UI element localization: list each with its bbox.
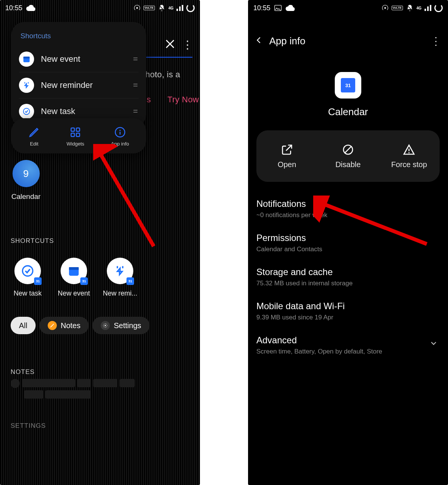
setting-sub: 9.39 MB used since 19 Apr	[256, 314, 440, 321]
svg-point-10	[119, 130, 120, 131]
svg-point-0	[136, 7, 138, 9]
drag-handle-icon[interactable]: =	[133, 54, 139, 64]
calendar-icon: 31	[341, 78, 355, 92]
phone-screen-left: 10:55 VoLTE 4G ⋮ ›hoto, is a ss Try Now …	[0, 0, 200, 485]
notes-redacted	[11, 379, 139, 399]
drag-handle-icon[interactable]: =	[133, 106, 139, 116]
action-button-card: Open Disable Force stop	[256, 130, 440, 182]
shortcut-circle: 31	[14, 258, 41, 284]
shortcut-app-new-task[interactable]: 31 New task	[11, 258, 45, 297]
pill-label: All	[19, 321, 27, 330]
section-header-notes: NOTES	[11, 368, 35, 376]
loading-icon	[434, 4, 443, 12]
widgets-action[interactable]: Widgets	[67, 127, 84, 147]
svg-point-4	[23, 108, 30, 115]
popup-title: Shortcuts	[20, 32, 137, 40]
calendar-icon	[19, 52, 34, 67]
disable-button[interactable]: Disable	[317, 130, 378, 182]
svg-rect-5	[71, 128, 75, 131]
status-time: 10:55	[253, 4, 270, 12]
warning-icon	[403, 144, 415, 156]
shortcut-label: New task	[14, 289, 42, 297]
calendar-badge: 31	[34, 277, 42, 285]
volte-icon: VoLTE	[392, 6, 403, 10]
shortcut-app-new-reminder[interactable]: 31 New remi...	[103, 258, 137, 297]
close-icon[interactable]	[164, 38, 176, 53]
app-icon: 31	[335, 72, 361, 99]
shortcut-circle: 31	[61, 258, 87, 284]
notes-icon	[48, 321, 57, 330]
overflow-menu-icon[interactable]: ⋮	[431, 35, 441, 47]
phone-screen-right: 10:55 VoLTE 4G App info ⋮ 31 Calendar	[248, 0, 448, 485]
chevron-down-icon	[429, 339, 438, 349]
svg-point-15	[105, 325, 106, 326]
svg-line-16	[98, 149, 154, 246]
calendar-app-icon[interactable]: 9 Calendar	[11, 160, 41, 201]
pill-notes[interactable]: Notes	[39, 317, 89, 334]
widgets-icon	[70, 127, 81, 138]
shortcut-app-new-event[interactable]: 31 New event	[57, 258, 91, 297]
drag-handle-icon[interactable]: =	[133, 80, 139, 90]
shortcut-item-new-event[interactable]: New event =	[19, 46, 139, 72]
info-icon	[114, 127, 126, 138]
button-label: Open	[278, 160, 296, 169]
open-button[interactable]: Open	[256, 130, 317, 182]
setting-sub: 75.32 MB used in internal storage	[256, 280, 440, 287]
calendar-day: 9	[23, 168, 28, 180]
home-shortcuts-row: 31 New task 31 New event 31 New remi...	[11, 258, 137, 297]
shortcut-label: New remi...	[103, 289, 137, 297]
shortcut-label: New reminder	[41, 80, 126, 90]
pill-all[interactable]: All	[11, 317, 36, 334]
svg-line-24	[319, 202, 427, 244]
calendar-icon	[67, 264, 80, 277]
svg-rect-8	[76, 133, 80, 137]
svg-rect-3	[23, 57, 30, 59]
section-header-shortcuts: SHORTCUTS	[11, 237, 54, 245]
svg-line-21	[345, 146, 352, 153]
calendar-app-label: Calendar	[11, 192, 41, 201]
setting-advanced[interactable]: Advanced Screen time, Battery, Open by d…	[256, 335, 440, 355]
shortcut-label: New event	[41, 54, 126, 64]
svg-point-18	[384, 7, 386, 9]
svg-rect-11	[120, 132, 121, 135]
bg-promo-text: ›hoto, is a	[142, 70, 180, 80]
app-name: Calendar	[328, 106, 368, 118]
svg-rect-14	[69, 267, 79, 270]
shortcut-label: New event	[58, 289, 90, 297]
calendar-badge: 31	[80, 277, 88, 285]
calendar-circle: 9	[12, 160, 40, 187]
loading-icon	[186, 4, 195, 12]
svg-point-23	[409, 152, 410, 153]
setting-storage[interactable]: Storage and cache 75.32 MB used in inter…	[256, 267, 440, 287]
shortcut-circle: 31	[107, 258, 133, 284]
disable-icon	[342, 144, 354, 156]
setting-sub: Screen time, Battery, Open by default, S…	[256, 348, 440, 355]
edit-action[interactable]: Edit	[28, 127, 40, 147]
button-label: Force stop	[391, 160, 427, 169]
gear-icon	[101, 321, 110, 330]
svg-rect-6	[76, 128, 80, 131]
shortcut-item-new-reminder[interactable]: New reminder =	[19, 72, 139, 98]
overflow-menu-icon[interactable]: ⋮	[182, 38, 193, 51]
force-stop-button[interactable]: Force stop	[379, 130, 440, 182]
hotspot-icon	[382, 5, 389, 11]
cloud-icon	[26, 5, 35, 11]
button-label: Disable	[336, 160, 361, 169]
action-label: Widgets	[67, 141, 84, 147]
dnd-icon	[158, 4, 165, 12]
setting-data[interactable]: Mobile data and Wi-Fi 9.39 MB used since…	[256, 301, 440, 321]
app-identity: 31 Calendar	[248, 72, 448, 118]
image-icon	[274, 5, 282, 11]
status-bar: 10:55 VoLTE 4G	[248, 0, 448, 16]
back-icon[interactable]	[255, 36, 263, 46]
status-time: 10:55	[5, 4, 22, 12]
setting-title: Storage and cache	[256, 267, 440, 277]
try-now-link[interactable]: Try Now	[167, 95, 199, 105]
signal-icon	[176, 5, 183, 11]
network-4g-icon: 4G	[169, 6, 173, 10]
reminder-icon	[19, 78, 34, 93]
setting-title: Advanced	[256, 335, 440, 346]
open-icon	[281, 144, 293, 156]
network-4g-icon: 4G	[417, 6, 421, 10]
pill-settings[interactable]: Settings	[92, 317, 149, 334]
